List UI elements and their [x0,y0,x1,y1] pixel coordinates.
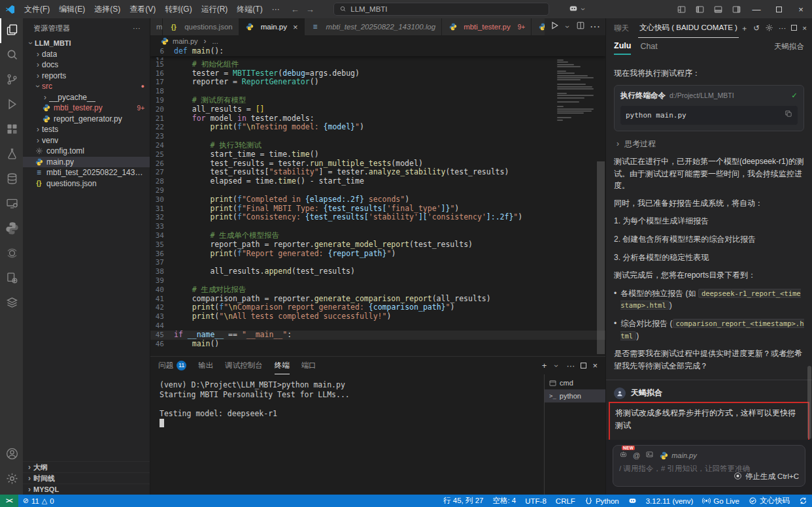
sidebar-section-时间线[interactable]: ›时间线 [23,472,150,483]
copy-icon[interactable] [785,110,792,121]
code-line[interactable]: 26 test_results = tester.run_multiple_te… [150,159,605,169]
agent-mode-icon[interactable]: NEW [619,450,628,461]
activity-account[interactable] [0,442,23,467]
maximize-panel-icon[interactable] [581,361,586,370]
status-Go Live[interactable]: Go Live [698,495,744,507]
code-line[interactable]: 38 all_results.append(test_results) [150,267,605,276]
stop-generating-button[interactable]: 停止生成 Ctrl+C [619,472,799,482]
code-line[interactable]: 45if __name__ == "__main__": [150,331,605,340]
toggle-sidebar-icon[interactable] [690,0,709,18]
remote-indicator[interactable]: >< [0,495,18,507]
account-name[interactable]: 天蝎拟合 [774,42,804,52]
status-文心快码[interactable]: 文心快码 [744,495,794,507]
status-空格: 4[interactable]: 空格: 4 [488,495,520,507]
toggle-secondary-sidebar-icon[interactable] [727,0,745,18]
activity-testing[interactable] [0,142,23,167]
editor-tab-main.py[interactable]: main.py× [239,18,305,35]
mention-icon[interactable]: @ [633,451,640,459]
status-CRLF[interactable]: CRLF [551,495,580,507]
panel-tab-终端[interactable]: 终端 [275,357,290,374]
tree-item-config.toml[interactable]: config.toml [23,146,150,157]
code-line[interactable]: 33 [150,222,605,231]
code-line[interactable]: 17 reporter = ReportGenerator() [150,78,605,87]
menu-item[interactable]: ··· [267,3,284,16]
menu-item[interactable]: 文件(F) [20,3,54,16]
breadcrumb-rest[interactable]: ... [212,37,218,45]
code-line[interactable]: 34 # 生成单个模型报告 [150,231,605,240]
menu-item[interactable]: 编辑(E) [54,3,90,16]
code-line[interactable]: 40 # 生成对比报告 [150,286,605,295]
status-UTF-8[interactable]: UTF-8 [520,495,551,507]
close-panel-icon[interactable]: × [592,361,598,370]
activity-jupyter[interactable] [0,242,23,267]
editor-tab-report_generator.p[interactable]: report_generator.p [532,18,545,35]
tree-item-mbti_tester.py[interactable]: mbti_tester.py9+ [23,103,150,114]
toggle-panel-icon[interactable] [709,0,727,18]
breadcrumb-file[interactable]: main.py [173,37,198,45]
tree-item-mbti_test_20250822_143100.log[interactable]: ≡mbti_test_20250822_143100.log [23,167,150,178]
chat-input-placeholder[interactable]: / 调用指令，# 引用知识，让回答更准确 [619,464,799,472]
comate-more-icon[interactable]: ··· [779,24,787,32]
code-line[interactable]: 22 print(f"\nTesting model: {model}") [150,123,605,132]
tree-item-main.py[interactable]: main.py [23,157,150,168]
code-line[interactable]: 32 print(f"Consistency: {test_results['s… [150,213,605,222]
activity-database[interactable] [0,167,23,192]
code-line[interactable]: 42 print(f"\nComparison report generated… [150,303,605,312]
tree-item-docs[interactable]: ›docs [23,59,150,71]
tree-item-questions.json[interactable]: {}questions.json [23,178,150,189]
tree-item-venv[interactable]: ›venv [23,135,150,146]
code-line[interactable]: 44 [150,321,605,331]
code-line[interactable]: 24 # 执行3轮测试 [150,141,605,150]
terminal-session-python[interactable]: >_python [545,389,605,402]
status-copilot[interactable] [624,495,641,507]
code-line[interactable]: 36 print(f"Report generated: {report_pat… [150,250,605,259]
code-line[interactable]: 31 print(f"Final MBTI Type: {test_result… [150,204,605,214]
activity-layers[interactable] [0,291,23,316]
comate-panel-title[interactable]: 文心快码 ( BAIDU COMATE ) [638,18,739,38]
editor-tab-questions.json[interactable]: {}questions.json [163,18,239,35]
code-line[interactable]: 18 [150,87,605,96]
tree-item-__pycache__[interactable]: ›__pycache__ [23,92,150,103]
activity-run-debug[interactable] [0,93,23,118]
panel-tab-端口[interactable]: 端口 [301,357,316,374]
menu-item[interactable]: 终端(T) [232,3,267,16]
image-attach-icon[interactable] [645,450,654,461]
editor-tab-mbti_tester.py[interactable]: mbti_tester.py9+ [442,18,532,35]
terminal-command-card[interactable]: 执行终端命令 d:/Project/LLM_MBTI ✓ python main… [614,85,804,132]
tree-item-report_generator.py[interactable]: report_generator.py [23,114,150,125]
activity-source-control[interactable] [0,68,23,93]
split-editor-icon[interactable] [576,21,585,33]
forward-icon[interactable]: → [306,5,314,14]
minimize-button[interactable]: — [745,0,768,18]
new-terminal-icon[interactable]: + [542,361,547,370]
minimap[interactable] [557,48,595,122]
panel-more-icon[interactable]: ··· [566,361,575,370]
sidebar-section-MYSQL[interactable]: ›MYSQL [23,483,150,495]
activity-search[interactable] [0,43,23,68]
expand-panel-icon[interactable] [791,24,797,32]
status-行 45, 列 27[interactable]: 行 45, 列 27 [439,495,488,507]
sticky-scroll-line[interactable]: 6def main(): [150,47,605,56]
chat-scrollbar[interactable] [807,366,811,439]
explorer-more-icon[interactable]: ··· [133,24,141,32]
activity-settings[interactable] [0,467,23,492]
problems-indicator[interactable]: ⊘ 11 △ 0 [18,495,59,507]
code-line[interactable]: 19 # 测试所有模型 [150,96,605,105]
tree-item-reports[interactable]: ›reports [23,71,150,82]
terminal-output[interactable]: (venv) D:\Project\LLM_MBTI>python main.p… [150,374,544,495]
activity-extensions[interactable] [0,118,23,142]
menu-item[interactable]: 查看(V) [125,3,160,16]
code-line[interactable]: 29 [150,186,605,195]
new-chat-icon[interactable]: ＋ [741,24,749,33]
code-line[interactable]: 37 [150,258,605,267]
code-line[interactable]: 35 report_path = reporter.generate_model… [150,240,605,250]
editor-scrollbar[interactable] [596,47,605,356]
tree-item-data[interactable]: ›data [23,49,150,60]
history-icon[interactable]: ↺ [753,24,760,33]
panel-tab-输出[interactable]: 输出 [198,357,213,374]
tree-item-src[interactable]: ›src● [23,81,150,92]
activity-explorer[interactable] [0,18,23,43]
close-button[interactable]: × [790,0,812,18]
code-line[interactable]: 39 [150,276,605,286]
editor-more-icon[interactable]: ··· [590,21,600,33]
